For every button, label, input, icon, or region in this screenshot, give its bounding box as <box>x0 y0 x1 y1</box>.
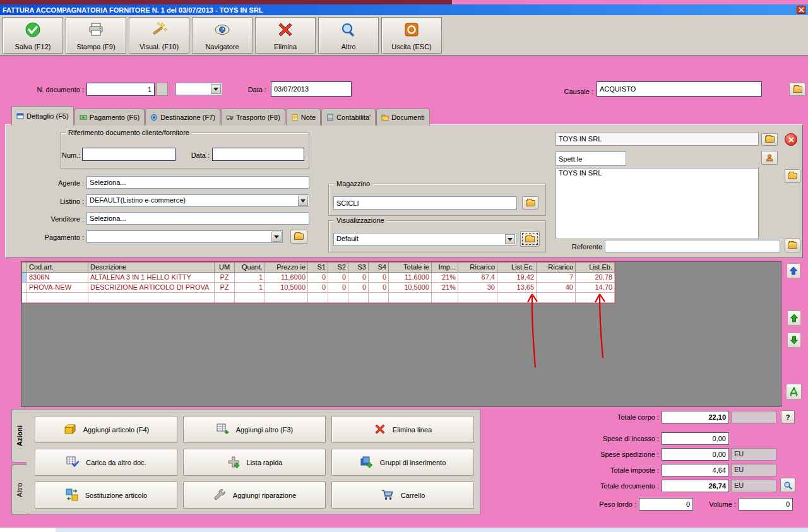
table-cell[interactable]: 0 <box>348 273 369 283</box>
customer-lookup-button[interactable] <box>761 133 778 146</box>
venditore-input[interactable]: Seleziona... <box>86 212 309 225</box>
document-type-select[interactable] <box>175 83 222 95</box>
table-cell[interactable]: DESCRIZIONE ARTICOLO DI PROVA <box>88 283 215 293</box>
causale-input[interactable]: ACQUISTO <box>597 81 762 97</box>
salva-button[interactable]: Salva (F12) <box>3 17 63 54</box>
move-row-down-button[interactable] <box>787 333 801 348</box>
table-cell[interactable] <box>389 293 432 303</box>
tab-note[interactable]: Note <box>286 109 321 126</box>
table-cell[interactable]: 13,65 <box>497 283 537 293</box>
sostituzione-articolo-button[interactable]: Sostituzione articolo <box>35 482 177 509</box>
customer-address-textarea[interactable]: TOYS IN SRL <box>556 168 759 239</box>
tab-pagamento[interactable]: Pagamento (F6) <box>74 109 145 126</box>
table-cell[interactable]: 0 <box>369 283 389 293</box>
tab-contabilita[interactable]: Contabilita' <box>321 109 376 126</box>
table-cell[interactable]: 1 <box>235 273 265 283</box>
table-cell[interactable]: 1 <box>235 283 265 293</box>
visualizzazione-select[interactable]: Default <box>333 233 516 245</box>
totale-corpo-input[interactable]: 22,10 <box>662 411 729 423</box>
dropdown-arrow-icon[interactable] <box>505 234 515 244</box>
table-cell[interactable] <box>576 293 615 303</box>
column-header-s1[interactable]: S1 <box>308 263 328 273</box>
scroll-top-button[interactable] <box>787 263 800 278</box>
aggiungi-altro-button[interactable]: Aggiungi altro (F3) <box>183 416 326 443</box>
visualizzazione-lookup-button[interactable] <box>520 231 540 247</box>
rif-num-input[interactable] <box>82 148 175 161</box>
column-header-quant-[interactable]: Quant. <box>235 263 265 273</box>
elimina-button[interactable]: Elimina <box>255 17 316 54</box>
pagamento-select[interactable] <box>86 230 283 243</box>
table-cell[interactable] <box>497 293 537 303</box>
tab-documenti[interactable]: Documenti <box>376 109 430 126</box>
contact-person-button[interactable] <box>761 151 778 165</box>
dropdown-arrow-icon[interactable] <box>211 84 221 94</box>
table-cell[interactable]: 14,70 <box>576 283 615 293</box>
tab-trasporto[interactable]: Trasporto (F8) <box>221 109 285 126</box>
column-header-s2[interactable]: S2 <box>328 263 348 273</box>
table-cell[interactable] <box>328 293 348 303</box>
move-row-up-button[interactable] <box>787 310 801 326</box>
volume-input[interactable]: 0 <box>739 498 793 511</box>
gruppi-di-inserimento-button[interactable]: Gruppi di inserimento <box>331 449 474 476</box>
lista-rapida-button[interactable]: Lista rapida <box>183 449 326 476</box>
n-documento-input[interactable]: 1 <box>86 83 155 96</box>
navigatore-button[interactable]: Navigatore <box>192 17 252 54</box>
tab-destinazione[interactable]: Destinazione (F7) <box>145 109 220 126</box>
table-cell[interactable] <box>308 293 328 303</box>
table-cell[interactable]: PZ <box>215 273 235 283</box>
table-cell[interactable] <box>27 293 88 303</box>
table-cell[interactable] <box>88 293 215 303</box>
row-selector[interactable] <box>22 273 27 283</box>
column-header-descrizione[interactable]: Descrizione <box>88 263 215 273</box>
window-close-button[interactable] <box>797 6 805 14</box>
aggiungi-riparazione-button[interactable]: Aggiungi riparazione <box>183 482 326 509</box>
table-cell[interactable] <box>458 293 497 303</box>
listino-select[interactable]: DEFAULT(Listino e-commerce) <box>86 194 309 207</box>
vertical-tab-altro[interactable]: Altro <box>11 464 27 515</box>
stampa-button[interactable]: Stampa (F9) <box>66 17 126 54</box>
column-header-imp-[interactable]: Imp... <box>432 263 458 273</box>
table-cell[interactable]: 30 <box>458 283 497 293</box>
table-cell[interactable]: 0 <box>308 283 328 293</box>
uscita-button[interactable]: Uscita (ESC) <box>381 17 442 54</box>
table-cell[interactable] <box>215 293 235 303</box>
column-header-list-eb-[interactable]: List.Eb. <box>576 263 615 273</box>
customer-name-field[interactable]: TOYS IN SRL <box>556 132 759 146</box>
table-cell[interactable]: 67,4 <box>458 273 497 283</box>
table-cell[interactable] <box>265 293 308 303</box>
column-header-list-ec-[interactable]: List.Ec. <box>497 263 537 273</box>
rif-data-input[interactable] <box>212 148 304 161</box>
table-cell[interactable]: 0 <box>369 273 389 283</box>
column-header-ricarico[interactable]: Ricarico <box>537 263 576 273</box>
pagamento-lookup-button[interactable] <box>290 230 307 244</box>
table-cell[interactable]: PZ <box>215 283 235 293</box>
elimina-linea-button[interactable]: Elimina linea <box>331 416 474 443</box>
totals-detail-button[interactable] <box>780 478 795 492</box>
table-cell[interactable] <box>369 293 389 303</box>
table-row[interactable]: 8306NALTALENA 3 IN 1 HELLO KITTYPZ111,60… <box>22 273 615 283</box>
agente-input[interactable]: Seleziona... <box>86 176 309 189</box>
table-cell[interactable]: 7 <box>537 273 576 283</box>
column-header-um[interactable]: UM <box>215 263 235 273</box>
customer-clear-button[interactable] <box>785 133 797 146</box>
tab-dettaglio[interactable]: Dettaglio (F5) <box>11 106 74 126</box>
address-lookup-button[interactable] <box>785 169 800 183</box>
refresh-rows-button[interactable] <box>786 384 802 399</box>
magazzino-lookup-button[interactable] <box>522 196 538 210</box>
table-row[interactable]: PROVA-NEWDESCRIZIONE ARTICOLO DI PROVAPZ… <box>22 283 615 293</box>
table-row[interactable] <box>22 293 615 303</box>
table-cell[interactable]: 10,5000 <box>265 283 308 293</box>
visual-button[interactable]: Visual. (F10) <box>129 17 189 54</box>
table-cell[interactable]: 8306N <box>27 273 88 283</box>
causale-lookup-button[interactable] <box>789 83 805 96</box>
column-header-s3[interactable]: S3 <box>348 263 369 273</box>
table-cell[interactable]: ALTALENA 3 IN 1 HELLO KITTY <box>88 273 215 283</box>
dropdown-arrow-icon[interactable] <box>298 196 308 206</box>
table-cell[interactable]: 11,6000 <box>265 273 308 283</box>
table-cell[interactable] <box>235 293 265 303</box>
table-cell[interactable]: 0 <box>328 273 348 283</box>
row-selector[interactable] <box>22 283 27 293</box>
column-header-cod-art-[interactable]: Cod.art. <box>27 263 88 273</box>
table-cell[interactable]: 0 <box>308 273 328 283</box>
dropdown-arrow-icon[interactable] <box>271 232 282 242</box>
